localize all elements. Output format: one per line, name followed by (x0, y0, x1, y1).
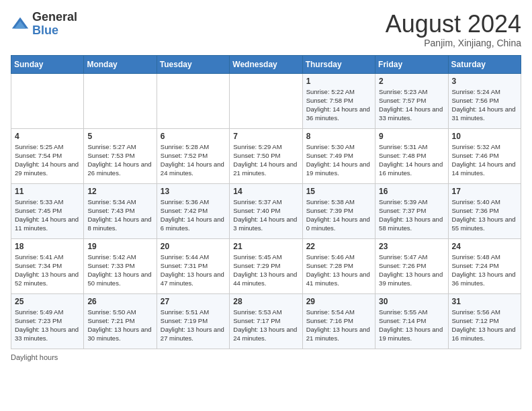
calendar-table: SundayMondayTuesdayWednesdayThursdayFrid… (11, 55, 521, 349)
day-number: 20 (161, 242, 226, 251)
calendar-cell: 8Sunrise: 5:30 AMSunset: 7:49 PMDaylight… (302, 128, 375, 183)
day-number: 24 (452, 242, 517, 251)
calendar-week-row: 18Sunrise: 5:41 AMSunset: 7:34 PMDayligh… (11, 238, 521, 293)
calendar-cell: 21Sunrise: 5:45 AMSunset: 7:29 PMDayligh… (230, 238, 302, 293)
location: Panjim, Xinjiang, China (386, 38, 521, 48)
day-number: 21 (233, 242, 298, 251)
day-info: Sunrise: 5:56 AMSunset: 7:12 PMDaylight:… (452, 308, 517, 343)
day-number: 23 (379, 242, 444, 251)
calendar-cell: 27Sunrise: 5:51 AMSunset: 7:19 PMDayligh… (157, 293, 229, 349)
day-info: Sunrise: 5:22 AMSunset: 7:58 PMDaylight:… (306, 87, 371, 123)
calendar-cell: 20Sunrise: 5:44 AMSunset: 7:31 PMDayligh… (157, 238, 229, 293)
day-info: Sunrise: 5:29 AMSunset: 7:50 PMDaylight:… (233, 142, 298, 178)
calendar-cell (230, 73, 302, 128)
logo: General Blue (11, 11, 77, 38)
calendar-cell: 12Sunrise: 5:34 AMSunset: 7:43 PMDayligh… (84, 183, 157, 238)
calendar-cell: 23Sunrise: 5:47 AMSunset: 7:26 PMDayligh… (375, 238, 448, 293)
calendar-cell (157, 73, 229, 128)
calendar-cell: 7Sunrise: 5:29 AMSunset: 7:50 PMDaylight… (230, 128, 302, 183)
calendar-cell: 31Sunrise: 5:56 AMSunset: 7:12 PMDayligh… (448, 293, 521, 349)
day-info: Sunrise: 5:50 AMSunset: 7:21 PMDaylight:… (87, 308, 152, 343)
calendar-header-row: SundayMondayTuesdayWednesdayThursdayFrid… (11, 55, 521, 73)
day-number: 26 (87, 297, 152, 306)
calendar-cell: 10Sunrise: 5:32 AMSunset: 7:46 PMDayligh… (448, 128, 521, 183)
calendar-cell: 19Sunrise: 5:42 AMSunset: 7:33 PMDayligh… (84, 238, 157, 293)
day-info: Sunrise: 5:48 AMSunset: 7:24 PMDaylight:… (452, 253, 517, 288)
calendar-cell: 18Sunrise: 5:41 AMSunset: 7:34 PMDayligh… (11, 238, 84, 293)
calendar-cell: 1Sunrise: 5:22 AMSunset: 7:58 PMDaylight… (302, 73, 375, 128)
calendar-cell: 22Sunrise: 5:46 AMSunset: 7:28 PMDayligh… (302, 238, 375, 293)
day-number: 3 (452, 77, 517, 86)
footer: Daylight hours (11, 353, 521, 361)
day-number: 7 (233, 132, 298, 141)
day-number: 2 (379, 77, 444, 86)
day-info: Sunrise: 5:38 AMSunset: 7:39 PMDaylight:… (306, 197, 371, 233)
day-info: Sunrise: 5:40 AMSunset: 7:36 PMDaylight:… (452, 197, 517, 233)
day-number: 27 (161, 297, 226, 306)
calendar-cell: 2Sunrise: 5:23 AMSunset: 7:57 PMDaylight… (375, 73, 448, 128)
day-info: Sunrise: 5:33 AMSunset: 7:45 PMDaylight:… (15, 197, 80, 233)
calendar-cell: 14Sunrise: 5:37 AMSunset: 7:40 PMDayligh… (230, 183, 302, 238)
calendar-cell (11, 73, 84, 128)
day-info: Sunrise: 5:42 AMSunset: 7:33 PMDaylight:… (87, 253, 152, 288)
day-number: 28 (233, 297, 298, 306)
day-info: Sunrise: 5:24 AMSunset: 7:56 PMDaylight:… (452, 87, 517, 123)
calendar-cell: 24Sunrise: 5:48 AMSunset: 7:24 PMDayligh… (448, 238, 521, 293)
day-info: Sunrise: 5:31 AMSunset: 7:48 PMDaylight:… (379, 142, 444, 178)
calendar-cell: 26Sunrise: 5:50 AMSunset: 7:21 PMDayligh… (84, 293, 157, 349)
day-number: 30 (379, 297, 444, 306)
logo-icon (11, 15, 30, 34)
day-info: Sunrise: 5:28 AMSunset: 7:52 PMDaylight:… (161, 142, 226, 178)
day-header-saturday: Saturday (448, 55, 521, 73)
day-info: Sunrise: 5:49 AMSunset: 7:23 PMDaylight:… (15, 308, 80, 343)
day-header-thursday: Thursday (302, 55, 375, 73)
day-header-friday: Friday (375, 55, 448, 73)
day-info: Sunrise: 5:53 AMSunset: 7:17 PMDaylight:… (233, 308, 298, 343)
day-number: 6 (161, 132, 226, 141)
day-number: 4 (15, 132, 80, 141)
day-header-wednesday: Wednesday (230, 55, 302, 73)
day-number: 11 (15, 187, 80, 196)
day-number: 9 (379, 132, 444, 141)
day-number: 31 (452, 297, 517, 306)
day-number: 25 (15, 297, 80, 306)
calendar-cell: 15Sunrise: 5:38 AMSunset: 7:39 PMDayligh… (302, 183, 375, 238)
day-header-monday: Monday (84, 55, 157, 73)
calendar-week-row: 1Sunrise: 5:22 AMSunset: 7:58 PMDaylight… (11, 73, 521, 128)
day-info: Sunrise: 5:34 AMSunset: 7:43 PMDaylight:… (87, 197, 152, 233)
calendar-cell: 25Sunrise: 5:49 AMSunset: 7:23 PMDayligh… (11, 293, 84, 349)
day-info: Sunrise: 5:37 AMSunset: 7:40 PMDaylight:… (233, 197, 298, 233)
day-number: 17 (452, 187, 517, 196)
calendar-cell (84, 73, 157, 128)
day-number: 13 (161, 187, 226, 196)
calendar-cell: 6Sunrise: 5:28 AMSunset: 7:52 PMDaylight… (157, 128, 229, 183)
day-info: Sunrise: 5:47 AMSunset: 7:26 PMDaylight:… (379, 253, 444, 288)
calendar-cell: 30Sunrise: 5:55 AMSunset: 7:14 PMDayligh… (375, 293, 448, 349)
day-info: Sunrise: 5:54 AMSunset: 7:16 PMDaylight:… (306, 308, 371, 343)
day-number: 15 (306, 187, 371, 196)
calendar-week-row: 25Sunrise: 5:49 AMSunset: 7:23 PMDayligh… (11, 293, 521, 349)
day-info: Sunrise: 5:51 AMSunset: 7:19 PMDaylight:… (161, 308, 226, 343)
calendar-cell: 16Sunrise: 5:39 AMSunset: 7:37 PMDayligh… (375, 183, 448, 238)
calendar-cell: 5Sunrise: 5:27 AMSunset: 7:53 PMDaylight… (84, 128, 157, 183)
day-number: 16 (379, 187, 444, 196)
day-number: 18 (15, 242, 80, 251)
day-info: Sunrise: 5:27 AMSunset: 7:53 PMDaylight:… (87, 142, 152, 178)
day-number: 1 (306, 77, 371, 86)
day-info: Sunrise: 5:36 AMSunset: 7:42 PMDaylight:… (161, 197, 226, 233)
day-info: Sunrise: 5:30 AMSunset: 7:49 PMDaylight:… (306, 142, 371, 178)
day-info: Sunrise: 5:23 AMSunset: 7:57 PMDaylight:… (379, 87, 444, 123)
day-number: 5 (87, 132, 152, 141)
calendar-cell: 9Sunrise: 5:31 AMSunset: 7:48 PMDaylight… (375, 128, 448, 183)
calendar-cell: 29Sunrise: 5:54 AMSunset: 7:16 PMDayligh… (302, 293, 375, 349)
calendar-cell: 4Sunrise: 5:25 AMSunset: 7:54 PMDaylight… (11, 128, 84, 183)
calendar-cell: 17Sunrise: 5:40 AMSunset: 7:36 PMDayligh… (448, 183, 521, 238)
calendar-cell: 3Sunrise: 5:24 AMSunset: 7:56 PMDaylight… (448, 73, 521, 128)
day-info: Sunrise: 5:39 AMSunset: 7:37 PMDaylight:… (379, 197, 444, 233)
calendar-cell: 28Sunrise: 5:53 AMSunset: 7:17 PMDayligh… (230, 293, 302, 349)
day-header-tuesday: Tuesday (157, 55, 229, 73)
month-year: August 2024 (386, 11, 521, 38)
day-number: 22 (306, 242, 371, 251)
day-number: 19 (87, 242, 152, 251)
title-block: August 2024 Panjim, Xinjiang, China (386, 11, 521, 48)
